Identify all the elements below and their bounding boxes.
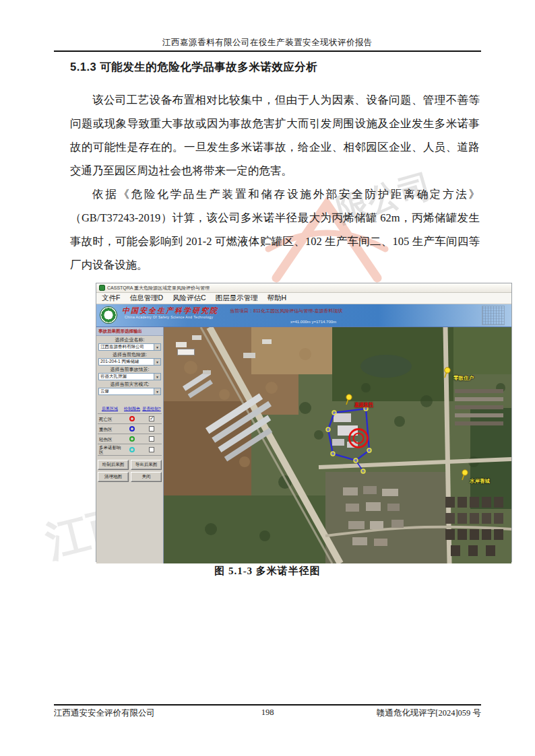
casst-logo-icon [100, 306, 117, 324]
zone-color-swatch [129, 447, 135, 452]
zone-header-area[interactable]: 后果区域 [98, 406, 122, 412]
zone-row-light-injury: 轻伤区 [98, 434, 162, 444]
zone-color-swatch [129, 416, 135, 421]
map-label-residents: 零散住户 [453, 375, 474, 382]
chevron-down-icon[interactable]: ▼ [154, 374, 160, 380]
chevron-down-icon[interactable]: ▼ [154, 344, 160, 350]
panel-buttons: 绘制后果图 导出后果图 清理地图 关闭 [98, 460, 162, 482]
map-scale-box [177, 349, 195, 355]
draw-consequence-button[interactable]: 绘制后果图 [98, 460, 129, 470]
enterprise-name-select[interactable]: 江西嘉源香料有限公司 ▼ [98, 343, 161, 351]
close-button[interactable]: 关闭 [131, 472, 162, 482]
app-banner: 中国安全生产科学研究院 China Academy Of Safety Scie… [96, 304, 511, 327]
paragraph-1: 该公司工艺设备布置相对比较集中，但由于人为因素、设备问题、管理不善等问题或现象导… [70, 88, 480, 182]
chevron-down-icon[interactable]: ▼ [154, 359, 160, 365]
hazard-source-select[interactable]: 201-204-1 丙烯储罐 ▼ [98, 358, 161, 366]
footer-doc-number: 赣通危化现评字[2024]059 号 [377, 708, 481, 719]
disaster-mode-label: 选择当前灾害模式: [96, 382, 163, 387]
casstqra-app-window: CASSTQRA 重大危险源区域定量风险评价与管理 文件F 信息管理D 风险评估… [96, 283, 512, 562]
accident-scenario-label: 选择当前事故情景: [96, 367, 163, 372]
zone-checkbox[interactable] [149, 426, 154, 432]
map-viewport[interactable]: 嘉源香料 零散住户 水岸香城 [164, 327, 511, 563]
banner-building-photo [482, 306, 505, 325]
disaster-mode-select[interactable]: 云爆 ▼ [98, 388, 161, 395]
app-content: 事故后果图形选择输出 选择企业名称: 江西嘉源香料有限公司 ▼ 选择当前危险源:… [96, 327, 511, 563]
consequence-output-panel: 事故后果图形选择输出 选择企业名称: 江西嘉源香料有限公司 ▼ 选择当前危险源:… [96, 327, 164, 563]
zone-checkbox[interactable] [149, 447, 154, 452]
panel-title: 事故后果图形选择输出 [96, 327, 163, 336]
zone-checkbox[interactable] [149, 416, 154, 421]
disaster-mode-value: 云爆 [99, 388, 154, 394]
body-text: 该公司工艺设备布置相对比较集中，但由于人为因素、设备问题、管理不善等问题或现象导… [70, 88, 480, 277]
paragraph-2: 依据《危险化学品生产装置和储存设施外部安全防护距离确定方法》（GB/T37243… [70, 182, 480, 277]
menu-help[interactable]: 帮助H [268, 294, 287, 303]
zone-checkbox[interactable] [149, 436, 154, 442]
banner-current-project: 当前项目：811化工园区风险评估与管理-嘉源香料现状 [230, 308, 343, 314]
hazard-source-label: 选择当前危险源: [96, 352, 163, 357]
zone-label: 死亡区 [98, 417, 122, 421]
banner-cursor-coords: x=41.000m y=1714.700m [290, 320, 336, 324]
zone-header-color[interactable]: 绘制颜色 [122, 406, 142, 412]
app-titlebar[interactable]: CASSTQRA 重大危险源区域定量风险评价与管理 [96, 283, 511, 293]
header-rule [54, 50, 481, 52]
page-header-title: 江西嘉源香料有限公司在役生产装置安全现状评价报告 [0, 37, 535, 48]
menu-risk-assessment[interactable]: 风险评估C [172, 294, 206, 303]
app-title: CASSTQRA 重大危险源区域定量风险评价与管理 [107, 285, 210, 291]
zone-header-draw[interactable]: 是否绘制? [142, 406, 161, 412]
app-menubar: 文件F 信息管理D 风险评估C 图层显示管理 帮助H [96, 293, 511, 304]
zone-label: 重伤区 [98, 427, 122, 432]
banner-org-name-cn: 中国安全生产科学研究院 [122, 306, 218, 316]
enterprise-name-value: 江西嘉源香料有限公司 [99, 344, 154, 350]
zone-label: 多米诺影响区 [98, 445, 122, 454]
clear-map-button[interactable]: 清理地图 [98, 472, 129, 482]
map-label-company: 嘉源香料 [354, 401, 373, 408]
zone-label: 轻伤区 [98, 437, 122, 442]
map-label-estate: 水岸香城 [470, 478, 490, 485]
zone-color-swatch [129, 436, 135, 442]
menu-file[interactable]: 文件F [102, 294, 120, 303]
zone-table: 死亡区 重伤区 轻伤区 多米诺影响区 [98, 413, 162, 456]
app-icon [99, 285, 105, 291]
banner-org-name-en: China Academy Of Safety Science And Tech… [125, 315, 213, 319]
zone-table-header: 后果区域 绘制颜色 是否绘制? [96, 406, 163, 412]
footer-rule [54, 704, 481, 706]
menu-info-management[interactable]: 信息管理D [129, 294, 163, 303]
accident-scenario-value: 容器大孔泄漏 [99, 374, 154, 380]
menu-layer-display[interactable]: 图层显示管理 [216, 294, 258, 303]
accident-scenario-select[interactable]: 容器大孔泄漏 ▼ [98, 373, 161, 380]
report-page: 限公司 江西 江西嘉源香料有限公司在役生产装置安全现状评价报告 5.1.3 可能… [0, 0, 535, 756]
enterprise-name-label: 选择企业名称: [96, 337, 163, 343]
zone-row-serious-injury: 重伤区 [98, 424, 162, 434]
export-consequence-button[interactable]: 导出后果图 [131, 460, 162, 470]
figure-caption: 图 5.1-3 多米诺半径图 [0, 565, 535, 578]
zone-row-domino: 多米诺影响区 [98, 444, 162, 456]
zone-row-death: 死亡区 [98, 414, 162, 424]
hazard-source-value: 201-204-1 丙烯储罐 [99, 359, 154, 365]
section-heading: 5.1.3 可能发生的危险化学品事故多米诺效应分析 [70, 60, 495, 75]
chevron-down-icon[interactable]: ▼ [154, 388, 160, 394]
satellite-map[interactable] [164, 327, 511, 563]
zone-color-swatch [129, 426, 135, 432]
